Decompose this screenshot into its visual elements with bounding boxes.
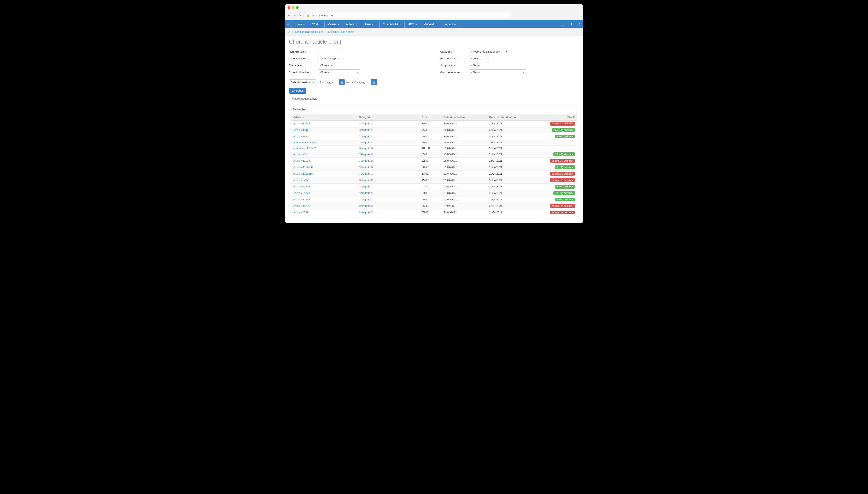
stock-cell: 10 (+1) en stock bbox=[543, 190, 577, 196]
category-link[interactable]: Catégorie A bbox=[359, 122, 373, 125]
breadcrumb-link[interactable]: Gestion d'articles client bbox=[295, 30, 323, 33]
date-to-picker[interactable]: ▦ bbox=[350, 79, 377, 85]
filter-select[interactable]: <Tous>▼ bbox=[470, 56, 488, 61]
stock-cell: 10 (+1) en stock bbox=[543, 151, 577, 158]
category-link[interactable]: Catégorie A bbox=[359, 141, 373, 144]
column-header[interactable]: Article ▲ bbox=[291, 114, 357, 120]
filter-select[interactable]: <Toutes les catégories>▼ bbox=[470, 49, 509, 54]
close-window-icon[interactable] bbox=[288, 6, 290, 9]
article-link[interactable]: Article #5487 bbox=[293, 179, 308, 182]
category-link[interactable]: Catégorie C bbox=[359, 198, 373, 201]
nav-item-log-out[interactable]: Log out⇥ bbox=[440, 21, 460, 28]
filter-select[interactable]: <Tous les types>▼ bbox=[318, 56, 346, 61]
category-link[interactable]: Catégorie C bbox=[359, 192, 373, 194]
nav-item-achats[interactable]: Achats▼ bbox=[343, 21, 361, 28]
article-link[interactable]: Article #1544 bbox=[293, 129, 308, 132]
page-title: Chercher article client bbox=[289, 39, 579, 45]
notification-icon[interactable]: ⬚ bbox=[559, 20, 567, 28]
category-link[interactable]: Catégorie C bbox=[359, 185, 373, 188]
article-link[interactable]: Article #12365 bbox=[293, 122, 310, 125]
column-header[interactable]: Date de modification bbox=[487, 114, 543, 120]
nav-item-ventes[interactable]: Ventes▼ bbox=[325, 21, 343, 28]
column-header[interactable]: Stock bbox=[543, 114, 577, 120]
category-link[interactable]: Catégorie C bbox=[359, 205, 373, 208]
help-icon[interactable]: ? bbox=[576, 20, 583, 28]
date-to-input[interactable] bbox=[351, 80, 371, 84]
column-header[interactable]: Date de création bbox=[441, 114, 487, 120]
article-link[interactable]: Article #13215 bbox=[293, 198, 310, 201]
category-link[interactable]: Catégorie C bbox=[359, 179, 373, 182]
home-icon[interactable]: ⌂ bbox=[288, 30, 290, 33]
article-link[interactable]: Article #2154 bbox=[293, 153, 308, 156]
category-link[interactable]: Catégorie C bbox=[359, 211, 373, 214]
column-header[interactable]: Catégorie bbox=[357, 114, 420, 120]
back-icon[interactable]: ← bbox=[288, 14, 291, 18]
created-cell: 21/04/2021 bbox=[441, 177, 487, 184]
created-cell: 25/04/2021 bbox=[441, 140, 487, 146]
table-row: Article #1544Catégorie A25.0030/04/20213… bbox=[291, 127, 577, 133]
stock-cell bbox=[543, 140, 577, 146]
table-search-input[interactable] bbox=[291, 107, 320, 112]
category-link[interactable]: Catégorie A bbox=[359, 129, 373, 132]
article-link[interactable]: Article #18795 bbox=[293, 205, 310, 208]
stock-badge: en rupture de stock bbox=[550, 159, 575, 163]
add-article-button[interactable]: Ajouter nouvel article bbox=[289, 96, 320, 102]
modified-cell: 25/04/2021 bbox=[487, 151, 543, 158]
category-link[interactable]: Catégorie C bbox=[359, 172, 373, 175]
category-link[interactable]: Catégorie A bbox=[359, 135, 373, 138]
price-cell: 55.00 bbox=[420, 151, 441, 158]
modified-cell: 21/04/2021 bbox=[487, 164, 543, 171]
category-link[interactable]: Catégorie B bbox=[359, 147, 373, 150]
magic-icon[interactable]: ✦ bbox=[567, 20, 576, 28]
modified-cell: 21/04/2021 bbox=[487, 209, 543, 216]
logout-icon: ⇥ bbox=[454, 23, 456, 26]
date-from-picker[interactable]: ▦ bbox=[318, 79, 345, 85]
nav-item-crm[interactable]: CRM▼ bbox=[308, 21, 325, 28]
forward-icon[interactable]: → bbox=[293, 14, 297, 18]
filter-select[interactable]: <Tous>▼ bbox=[318, 62, 334, 68]
stock-badge: en rupture de stock bbox=[550, 178, 575, 182]
column-header[interactable]: Prix bbox=[420, 114, 441, 120]
nav-item-home[interactable]: Home⌂ bbox=[291, 21, 308, 28]
caret-down-icon: ▼ bbox=[357, 71, 358, 73]
nav-item-géneral[interactable]: Géneral▼ bbox=[421, 21, 440, 28]
filter-text-input[interactable] bbox=[318, 49, 341, 54]
category-link[interactable]: Catégorie B bbox=[359, 159, 373, 162]
calendar-icon[interactable]: ▦ bbox=[371, 79, 377, 85]
category-link[interactable]: Catégorie B bbox=[359, 153, 373, 156]
filter-select[interactable]: <Tous>▼ bbox=[318, 70, 360, 75]
modified-cell: 30/04/2021 bbox=[487, 127, 543, 133]
stock-cell: 5 (+1) en stock bbox=[543, 133, 577, 140]
article-link[interactable]: Article #1314568 bbox=[293, 166, 313, 169]
caret-down-icon: ▼ bbox=[485, 57, 487, 59]
nav-item-projets[interactable]: Projets▼ bbox=[361, 21, 379, 28]
search-button[interactable]: Chercher bbox=[289, 88, 306, 94]
url-input[interactable]: 🔒 https://bloobiz.com bbox=[303, 13, 512, 18]
calendar-icon[interactable]: ▦ bbox=[339, 79, 345, 85]
article-link[interactable]: Article #35541 bbox=[293, 135, 310, 138]
filter-select[interactable]: <Tous>▼ bbox=[470, 70, 526, 75]
filter-select[interactable]: <Tous>▼ bbox=[470, 62, 523, 68]
article-link[interactable]: Abonnement "BASIC" bbox=[293, 141, 319, 144]
table-row: Abonnement "BASIC"Catégorie A55.0025/04/… bbox=[291, 140, 577, 146]
results-table: Article ▲CatégoriePrixDate de créationDa… bbox=[291, 114, 577, 216]
breadcrumb-link[interactable]: Chercher article client bbox=[328, 30, 354, 33]
article-link[interactable]: Article #21654 bbox=[293, 185, 310, 188]
nav-item-comptabilité[interactable]: Comptabilité▼ bbox=[380, 21, 405, 28]
article-link[interactable]: Article #12135 bbox=[293, 159, 310, 162]
minimize-window-icon[interactable] bbox=[292, 6, 294, 9]
article-link[interactable]: Abonnement "PRO" bbox=[293, 147, 316, 150]
price-cell: 55.00 bbox=[420, 209, 441, 216]
nav-item-hrm[interactable]: HRM▼ bbox=[405, 21, 421, 28]
created-cell: 30/04/2021 bbox=[441, 133, 487, 140]
maximize-window-icon[interactable] bbox=[296, 6, 299, 9]
reload-icon[interactable]: ⟳ bbox=[299, 14, 301, 18]
date-type-select[interactable]: Date de création ▼ bbox=[289, 79, 316, 85]
sidebar-toggle-icon[interactable]: » bbox=[285, 21, 291, 28]
date-from-input[interactable] bbox=[318, 80, 339, 84]
article-link[interactable]: Article #65878 bbox=[293, 192, 310, 194]
category-link[interactable]: Catégorie B bbox=[359, 166, 373, 169]
article-link[interactable]: Article #1321685 bbox=[293, 172, 313, 175]
article-link[interactable]: Article #6789 bbox=[293, 211, 308, 214]
price-cell: 32.00 bbox=[420, 158, 441, 164]
